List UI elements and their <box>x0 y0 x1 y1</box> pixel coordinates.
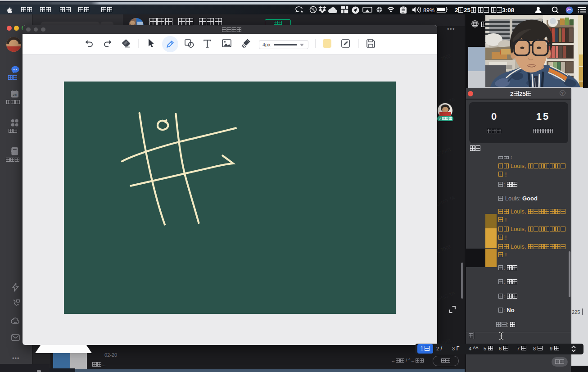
svg-text:25: 25 <box>13 93 17 97</box>
